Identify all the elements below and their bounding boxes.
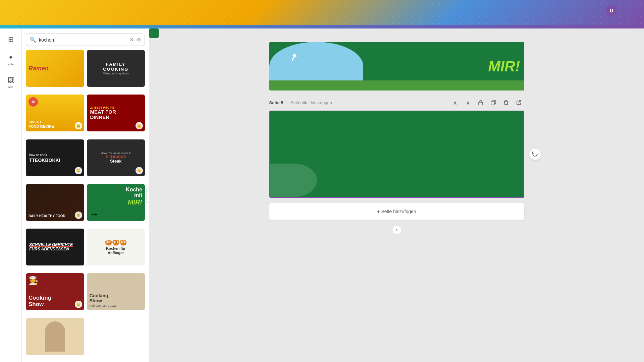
- top-decorative-bar: [0, 0, 644, 25]
- sidebar-item-elements[interactable]: ✦ ente: [7, 53, 15, 66]
- template-card-cooking-photo[interactable]: [26, 318, 84, 355]
- delete-icon: [504, 100, 508, 105]
- current-slide[interactable]: [269, 111, 524, 198]
- filter-icon[interactable]: ⚙: [137, 37, 141, 43]
- search-panel: 🔍 ✕ ⚙ Ramen FAMILY COOKING Extra cooking…: [22, 28, 149, 362]
- share-icon: [516, 100, 522, 105]
- top-right-area: U: [606, 5, 617, 16]
- template-card-schnelle[interactable]: SCHNELLE GERICHTEFURS ABENDESSEN: [26, 229, 84, 265]
- template-card-cooking-show-1[interactable]: 👨‍🍳 CookingShow 👑: [26, 273, 84, 310]
- page-actions: ∧ ∨: [450, 97, 524, 108]
- search-icon: 🔍: [30, 37, 36, 43]
- page-label: Seite 5: [269, 100, 283, 105]
- search-input[interactable]: [39, 37, 127, 43]
- refresh-button[interactable]: [529, 148, 541, 160]
- lock-icon: [478, 100, 483, 105]
- template-grid: Ramen FAMILY COOKING Extra cooking show …: [22, 50, 149, 360]
- secondary-bar: [0, 25, 644, 28]
- page-title-hint[interactable]: Seitentitel hinzufügen: [290, 100, 332, 105]
- template-card-meat[interactable]: 20 BEST RECIPE MEAT FORDINNER. 👑: [87, 95, 145, 131]
- bottom-arrow-container: ∧: [269, 225, 524, 235]
- prev-slide-container: MIR! ↗: [269, 42, 524, 90]
- user-avatar[interactable]: U: [606, 5, 617, 16]
- top-bar-pattern: [0, 0, 644, 25]
- page-delete-button[interactable]: [501, 97, 512, 108]
- svg-rect-1: [491, 101, 494, 105]
- template-card-ramen[interactable]: Ramen: [26, 50, 84, 87]
- add-page-button[interactable]: + Seite hinzufügen: [269, 203, 524, 220]
- page-duplicate-button[interactable]: [488, 97, 499, 108]
- svg-rect-0: [479, 102, 483, 105]
- page-move-down-button[interactable]: ∨: [463, 97, 473, 108]
- elements-icon: ✦: [7, 53, 15, 61]
- green-accent-square: [149, 28, 159, 38]
- template-card-daily-healthy[interactable]: DAILY HEALTHY FOOD 👑: [26, 184, 84, 221]
- page-label-divider: -: [286, 100, 287, 106]
- bottom-collapse-button[interactable]: ∧: [392, 225, 401, 235]
- collapse-panel-button[interactable]: ‹: [146, 188, 149, 203]
- photos-label: ads: [8, 85, 13, 89]
- page-move-up-button[interactable]: ∧: [450, 97, 461, 108]
- template-card-cooking-show-2[interactable]: CookingShow February 15th, 2022: [87, 273, 145, 310]
- template-card-sweet-food[interactable]: 10 SWEETFOOD RECIPE 👑: [26, 95, 84, 131]
- main-canvas: MIR! ↗ Seite 5 - Seitentitel hinzufügen …: [149, 28, 644, 362]
- refresh-icon: [532, 151, 538, 157]
- template-card-steak[interactable]: HOW TO MAKE SIMPLE DELICIOUS Steak 👑: [87, 139, 145, 176]
- page-share-button[interactable]: [514, 97, 524, 108]
- template-card-anfaenger[interactable]: 🥨🥨🥨 Kochen fürAnfänger: [87, 229, 145, 265]
- prev-slide-text-area: MIR!: [371, 42, 524, 90]
- template-card-tteokbokki[interactable]: how to cook TTEOKBOKKI 👑: [26, 139, 84, 176]
- prev-slide-mir-text: MIR!: [488, 58, 520, 75]
- search-bar: 🔍 ✕ ⚙: [26, 34, 145, 46]
- template-card-koche[interactable]: Kochemit MIR! →: [87, 184, 145, 221]
- duplicate-icon: [491, 100, 496, 105]
- photos-icon: 🖼: [7, 76, 15, 84]
- prev-slide-preview[interactable]: MIR! ↗: [269, 42, 524, 90]
- slide-wave-decoration: [270, 164, 317, 197]
- current-slide-wrapper: [269, 111, 524, 198]
- page-label-row: Seite 5 - Seitentitel hinzufügen ∧ ∨: [269, 97, 524, 108]
- grid-icon: ⊞: [7, 35, 15, 43]
- clear-search-icon[interactable]: ✕: [129, 37, 134, 43]
- sidebar-item-photos[interactable]: 🖼 ads: [7, 76, 15, 89]
- sidebar-item-grid[interactable]: ⊞: [7, 35, 15, 43]
- template-card-family-cooking[interactable]: FAMILY COOKING Extra cooking show: [87, 50, 145, 87]
- sidebar-icons: ⊞ ✦ ente 🖼 ads: [0, 28, 22, 362]
- page-lock-button[interactable]: [475, 97, 486, 108]
- elements-label: ente: [8, 63, 14, 66]
